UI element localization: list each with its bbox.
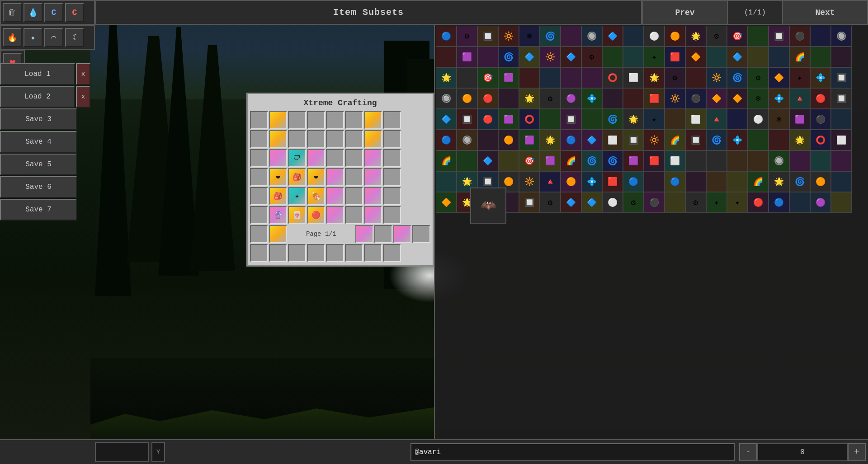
item-cell[interactable]: ⭕: [519, 109, 540, 130]
item-cell[interactable]: 🔵: [665, 171, 685, 192]
item-cell[interactable]: 🔲: [831, 67, 852, 88]
item-cell[interactable]: [769, 130, 789, 150]
undo-icon[interactable]: C: [44, 3, 63, 22]
item-cell[interactable]: ❄: [748, 88, 769, 109]
craft-cell[interactable]: [307, 130, 325, 148]
item-cell[interactable]: ❄: [769, 109, 789, 130]
item-cell[interactable]: 🎯: [519, 150, 540, 171]
chat-input[interactable]: [410, 443, 735, 461]
item-cell[interactable]: 🟪: [498, 67, 519, 88]
item-cell[interactable]: 🌈: [789, 47, 810, 67]
item-cell[interactable]: 🌟: [685, 26, 706, 47]
item-cell[interactable]: ⚙: [623, 192, 644, 213]
item-cell[interactable]: 🟪: [540, 150, 561, 171]
item-cell[interactable]: 🔵: [561, 130, 581, 150]
moon-icon[interactable]: ☾: [65, 28, 84, 47]
item-cell[interactable]: [831, 109, 852, 130]
item-cell[interactable]: 🔲: [623, 130, 644, 150]
craft-cell[interactable]: [269, 111, 287, 129]
craft-cell[interactable]: [345, 130, 363, 148]
craft-cell[interactable]: [364, 149, 382, 167]
item-cell[interactable]: 🔘: [831, 26, 852, 47]
craft-cell[interactable]: [374, 225, 392, 243]
item-cell[interactable]: 🔆: [540, 47, 561, 67]
craft-cell[interactable]: [326, 111, 344, 129]
item-cell[interactable]: ⚫: [685, 88, 706, 109]
craft-cell[interactable]: ✦: [288, 187, 306, 205]
plus-button[interactable]: +: [848, 443, 866, 461]
craft-cell[interactable]: [383, 187, 401, 205]
item-cell[interactable]: 🟥: [644, 88, 665, 109]
item-cell[interactable]: ✦: [644, 47, 665, 67]
load2-clear-button[interactable]: x: [76, 86, 90, 108]
redo-icon[interactable]: C: [65, 3, 84, 22]
item-cell[interactable]: ⭕: [602, 67, 623, 88]
craft-cell[interactable]: 🛡: [288, 149, 306, 167]
item-cell[interactable]: 🔷: [477, 150, 498, 171]
item-cell[interactable]: 🌟: [623, 109, 644, 130]
item-cell[interactable]: [457, 150, 477, 171]
item-cell[interactable]: 🟣: [561, 88, 581, 109]
save5-button[interactable]: Save 5: [0, 154, 77, 175]
item-cell[interactable]: ⚙: [685, 192, 706, 213]
item-cell[interactable]: 🔶: [706, 88, 727, 109]
item-cell[interactable]: [831, 150, 852, 171]
craft-cell[interactable]: [412, 225, 430, 243]
item-cell[interactable]: 🌟: [540, 130, 561, 150]
item-cell[interactable]: 🌟: [644, 67, 665, 88]
item-cell[interactable]: 🟪: [519, 130, 540, 150]
item-cell[interactable]: [685, 67, 706, 88]
result-cell[interactable]: 🦇: [470, 187, 506, 224]
item-cell[interactable]: 💠: [727, 130, 748, 150]
craft-cell[interactable]: [364, 187, 382, 205]
craft-cell[interactable]: [269, 244, 287, 262]
item-cell[interactable]: [457, 67, 477, 88]
item-cell[interactable]: 🌟: [789, 130, 810, 150]
craft-cell[interactable]: [307, 244, 325, 262]
item-cell[interactable]: 🎯: [477, 67, 498, 88]
save3-button[interactable]: Save 3: [0, 108, 77, 130]
item-cell[interactable]: [436, 47, 457, 67]
item-cell[interactable]: [727, 150, 748, 171]
item-cell[interactable]: ⚪: [602, 192, 623, 213]
craft-cell[interactable]: [269, 225, 287, 243]
craft-cell[interactable]: ❤: [307, 168, 325, 186]
item-cell[interactable]: 🌀: [581, 150, 602, 171]
item-cell[interactable]: 💠: [581, 171, 602, 192]
item-cell[interactable]: 🔴: [748, 192, 769, 213]
craft-cell[interactable]: 🀄: [288, 206, 306, 224]
craft-cell[interactable]: [345, 111, 363, 129]
craft-cell[interactable]: [288, 130, 306, 148]
item-cell[interactable]: 🔷: [519, 47, 540, 67]
item-cell[interactable]: ⚪: [748, 109, 769, 130]
item-cell[interactable]: [706, 171, 727, 192]
item-cell[interactable]: 🟠: [665, 26, 685, 47]
item-cell[interactable]: ⚫: [810, 109, 831, 130]
item-cell[interactable]: [831, 192, 852, 213]
item-cell[interactable]: ⚙: [540, 192, 561, 213]
item-cell[interactable]: 🟠: [561, 171, 581, 192]
item-cell[interactable]: [519, 67, 540, 88]
item-cell[interactable]: 🔶: [436, 192, 457, 213]
craft-cell[interactable]: [250, 244, 268, 262]
compass-icon[interactable]: ✦: [24, 28, 42, 47]
item-cell[interactable]: 🟪: [789, 109, 810, 130]
item-cell[interactable]: [810, 150, 831, 171]
item-cell[interactable]: 🔵: [623, 171, 644, 192]
craft-cell[interactable]: 🎒: [288, 168, 306, 186]
item-cell[interactable]: ⬜: [831, 130, 852, 150]
craft-cell[interactable]: [364, 206, 382, 224]
item-cell[interactable]: [581, 109, 602, 130]
item-cell[interactable]: 🌟: [519, 88, 540, 109]
item-cell[interactable]: 🟣: [810, 192, 831, 213]
load1-clear-button[interactable]: x: [76, 63, 90, 85]
item-cell[interactable]: 💠: [769, 88, 789, 109]
item-cell[interactable]: [748, 26, 769, 47]
item-cell[interactable]: 💠: [810, 67, 831, 88]
item-cell[interactable]: 🌈: [748, 171, 769, 192]
craft-cell[interactable]: [345, 187, 363, 205]
item-cell[interactable]: ✦: [644, 109, 665, 130]
item-cell[interactable]: 🌟: [436, 67, 457, 88]
item-cell[interactable]: 🟥: [602, 171, 623, 192]
water-icon[interactable]: 💧: [24, 3, 42, 22]
